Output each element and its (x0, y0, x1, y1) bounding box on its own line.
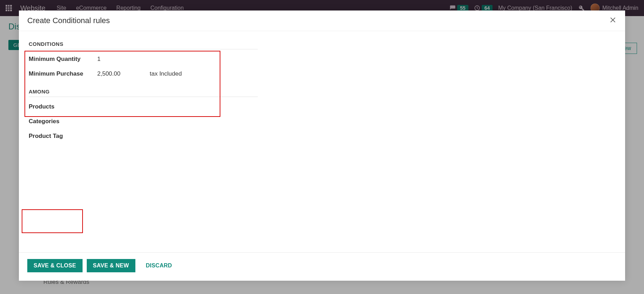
field-min-quantity: Minimum Quantity 1 (29, 56, 615, 63)
min-purchase-value[interactable]: 2,500.00 (97, 70, 150, 77)
among-categories[interactable]: Categories (29, 118, 615, 125)
discard-button[interactable]: DISCARD (140, 259, 178, 272)
save-new-button[interactable]: SAVE & NEW (87, 259, 135, 272)
modal-body: CONDITIONS Minimum Quantity 1 Minimum Pu… (19, 31, 625, 252)
modal-title: Create Conditional rules (27, 16, 110, 25)
min-quantity-value[interactable]: 1 (97, 56, 150, 63)
save-close-button[interactable]: SAVE & CLOSE (27, 259, 83, 272)
min-purchase-label: Minimum Purchase (29, 70, 97, 77)
close-button[interactable] (609, 16, 617, 25)
modal-header: Create Conditional rules (19, 10, 625, 31)
section-among-title: AMONG (29, 89, 258, 97)
among-product-tag[interactable]: Product Tag (29, 133, 615, 140)
conditional-rules-modal: Create Conditional rules CONDITIONS Mini… (19, 10, 625, 281)
field-min-purchase: Minimum Purchase 2,500.00 tax Included (29, 70, 615, 77)
min-quantity-label: Minimum Quantity (29, 56, 97, 63)
section-conditions-title: CONDITIONS (29, 41, 258, 49)
close-icon (609, 16, 617, 24)
tax-included-note: tax Included (150, 70, 182, 77)
among-products[interactable]: Products (29, 103, 615, 110)
modal-footer: SAVE & CLOSE SAVE & NEW DISCARD (19, 252, 625, 281)
